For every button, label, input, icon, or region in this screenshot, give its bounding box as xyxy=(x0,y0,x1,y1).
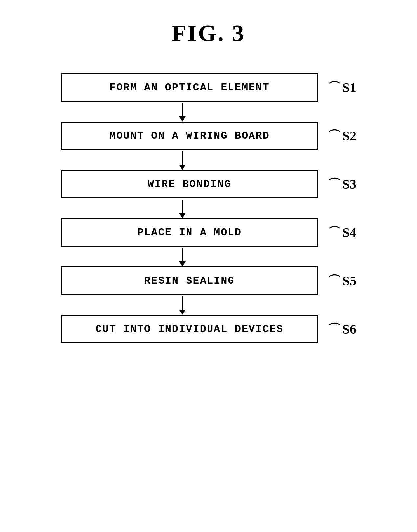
step-box-s2: MOUNT ON A WIRING BOARD xyxy=(61,122,318,150)
table-row: CUT INTO INDIVIDUAL DEVICES ⌒ S6 xyxy=(61,315,356,343)
figure-title: FIG. 3 xyxy=(172,20,245,47)
step-label-s6: ⌒ S6 xyxy=(328,321,356,337)
arrow-2 xyxy=(61,150,356,170)
tilde-icon: ⌒ xyxy=(328,321,340,337)
arrow-4 xyxy=(61,247,356,266)
tilde-icon: ⌒ xyxy=(328,272,340,289)
flowchart: FORM AN OPTICAL ELEMENT ⌒ S1 MOUNT ON A … xyxy=(61,73,356,343)
tilde-icon: ⌒ xyxy=(328,224,340,241)
table-row: RESIN SEALING ⌒ S5 xyxy=(61,266,356,295)
step-label-s3: ⌒ S3 xyxy=(328,176,356,193)
table-row: PLACE IN A MOLD ⌒ S4 xyxy=(61,218,356,247)
step-label-s2: ⌒ S2 xyxy=(328,127,356,144)
table-row: FORM AN OPTICAL ELEMENT ⌒ S1 xyxy=(61,73,356,102)
step-box-s1: FORM AN OPTICAL ELEMENT xyxy=(61,73,318,102)
step-box-s3: WIRE BONDING xyxy=(61,170,318,198)
table-row: MOUNT ON A WIRING BOARD ⌒ S2 xyxy=(61,122,356,150)
step-box-s6: CUT INTO INDIVIDUAL DEVICES xyxy=(61,315,318,343)
arrow-icon xyxy=(179,295,186,315)
step-label-s5: ⌒ S5 xyxy=(328,272,356,289)
arrow-5 xyxy=(61,295,356,315)
tilde-icon: ⌒ xyxy=(328,79,340,96)
tilde-icon: ⌒ xyxy=(328,176,340,193)
arrow-1 xyxy=(61,102,356,122)
step-box-s5: RESIN SEALING xyxy=(61,266,318,295)
step-label-s4: ⌒ S4 xyxy=(328,224,356,241)
step-label-s1: ⌒ S1 xyxy=(328,79,356,96)
arrow-icon xyxy=(179,198,186,218)
arrow-icon xyxy=(179,150,186,170)
table-row: WIRE BONDING ⌒ S3 xyxy=(61,170,356,198)
step-box-s4: PLACE IN A MOLD xyxy=(61,218,318,247)
arrow-icon xyxy=(179,247,186,266)
arrow-3 xyxy=(61,198,356,218)
arrow-icon xyxy=(179,102,186,122)
tilde-icon: ⌒ xyxy=(328,127,340,144)
